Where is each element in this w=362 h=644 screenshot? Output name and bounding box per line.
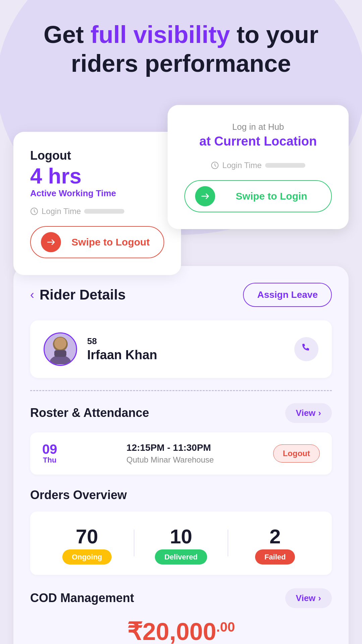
login-card-subtitle: Log in at Hub: [184, 122, 332, 132]
rider-number: 58: [87, 336, 157, 346]
roster-info: 12:15PM - 11:30PM Qutub Minar Warehouse: [126, 442, 214, 465]
rider-name: Irfaan Khan: [87, 348, 157, 362]
roster-title: Roster & Attendance: [30, 406, 149, 420]
roster-date: 09 Thu: [42, 442, 57, 465]
orders-title: Orders Overview: [30, 488, 332, 502]
cod-amount-value: ₹20,000.00: [127, 618, 235, 644]
rider-info-left: 58 Irfaan Khan: [44, 332, 157, 366]
rider-details-title: Rider Details: [40, 287, 126, 303]
clock-icon-2: [211, 161, 219, 169]
orders-section: Orders Overview 70 Ongoing 10 Delivered …: [30, 488, 332, 575]
logout-card-title: Logout: [30, 149, 164, 163]
login-time-label: Login Time: [42, 207, 81, 216]
phone-icon: [300, 342, 313, 356]
section-divider: [30, 390, 332, 391]
delivered-count: 10: [134, 525, 228, 548]
swipe-login-text: Swipe to Login: [222, 191, 321, 202]
cod-paise: .00: [216, 620, 235, 634]
roster-view-button[interactable]: View ›: [285, 403, 332, 423]
login-time-label-2: Login Time: [222, 161, 261, 170]
rider-header: ‹ Rider Details Assign Leave: [30, 283, 332, 307]
login-card: Log in at Hub at Current Location Login …: [168, 105, 349, 229]
roster-logout-badge: Logout: [273, 444, 320, 463]
swipe-logout-icon: [41, 232, 61, 252]
login-time-row: Login Time: [30, 207, 164, 216]
svg-rect-5: [54, 350, 66, 357]
assign-leave-button[interactable]: Assign Leave: [243, 283, 332, 307]
cod-section: COD Management View › ₹20,000.00 Outstan…: [30, 588, 332, 644]
ongoing-stat: 70 Ongoing: [40, 525, 134, 561]
swipe-logout-text: Swipe to Logout: [68, 236, 154, 248]
cod-main-amount: 20,000: [142, 618, 216, 644]
swipe-logout-button[interactable]: Swipe to Logout: [30, 226, 164, 258]
rider-info-card: 58 Irfaan Khan: [30, 320, 332, 378]
login-time-row-2: Login Time: [184, 161, 332, 170]
failed-stat: 2 Failed: [228, 525, 322, 561]
login-card-title: at Current Location: [184, 134, 332, 149]
phone-button[interactable]: [294, 337, 318, 361]
cod-title: COD Management: [30, 591, 134, 605]
orders-card: 70 Ongoing 10 Delivered 2 Failed: [30, 512, 332, 575]
cards-row: Logout 4 hrs Active Working Time Login T…: [13, 105, 349, 246]
swipe-login-icon: [195, 186, 215, 206]
roster-location: Qutub Minar Warehouse: [126, 455, 214, 465]
roster-day-number: 09: [42, 442, 57, 456]
roster-section-header: Roster & Attendance View ›: [30, 403, 332, 423]
cod-rupee: ₹: [127, 618, 142, 644]
rider-header-left: ‹ Rider Details: [30, 287, 126, 303]
cod-section-header: COD Management View ›: [30, 588, 332, 608]
cod-amount-block: ₹20,000.00 Outstanding Amount: [30, 618, 332, 644]
roster-card: 09 Thu 12:15PM - 11:30PM Qutub Minar War…: [30, 432, 332, 475]
delivered-badge: Delivered: [155, 549, 207, 565]
active-time-value: 4 hrs: [30, 165, 164, 187]
ongoing-badge: Ongoing: [62, 549, 111, 565]
rider-avatar-image: [47, 334, 74, 364]
cod-view-button[interactable]: View ›: [285, 588, 332, 608]
hero-heading: Get full visibility to your riders perfo…: [13, 20, 349, 78]
clock-icon: [30, 207, 38, 215]
active-time-label: Active Working Time: [30, 188, 164, 199]
roster-time-range: 12:15PM - 11:30PM: [126, 442, 214, 453]
ongoing-count: 70: [40, 525, 134, 548]
back-arrow-icon[interactable]: ‹: [30, 288, 34, 302]
main-card: ‹ Rider Details Assign Leave 58: [13, 266, 349, 644]
rider-name-block: 58 Irfaan Khan: [87, 336, 157, 362]
failed-badge: Failed: [255, 549, 295, 565]
login-time-bar-2: [265, 163, 305, 168]
failed-count: 2: [228, 525, 322, 548]
roster-day-name: Thu: [42, 456, 57, 465]
logout-card: Logout 4 hrs Active Working Time Login T…: [13, 132, 181, 275]
swipe-login-button[interactable]: Swipe to Login: [184, 180, 332, 212]
svg-point-4: [54, 337, 66, 350]
rider-avatar: [44, 332, 77, 366]
login-time-bar: [84, 209, 124, 214]
delivered-stat: 10 Delivered: [134, 525, 228, 561]
